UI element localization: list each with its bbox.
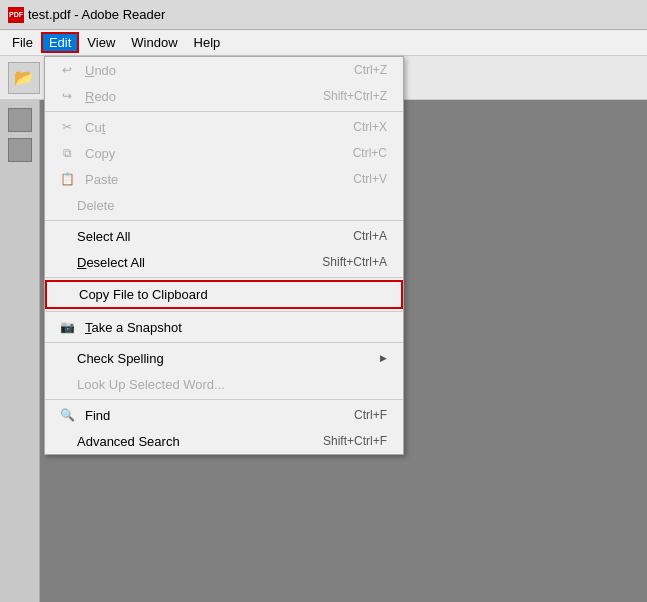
copy-icon: ⧉ [57, 146, 77, 160]
sidebar-icon-1[interactable] [8, 108, 32, 132]
menu-item-file[interactable]: File [4, 32, 41, 53]
undo-icon: ↩ [57, 63, 77, 77]
menu-copy[interactable]: ⧉ Copy Ctrl+C [45, 140, 403, 166]
sidebar-icon-2[interactable] [8, 138, 32, 162]
menu-snapshot[interactable]: 📷 Take a Snapshot [45, 314, 403, 340]
toolbar-folder-btn[interactable]: 📂 [8, 62, 40, 94]
separator-5 [45, 342, 403, 343]
menu-lookup[interactable]: Look Up Selected Word... [45, 371, 403, 397]
redo-icon: ↪ [57, 89, 77, 103]
menu-undo[interactable]: ↩ Undo Ctrl+Z [45, 57, 403, 83]
menu-advanced-search[interactable]: Advanced Search Shift+Ctrl+F [45, 428, 403, 454]
menu-cut[interactable]: ✂ Cut Ctrl+X [45, 114, 403, 140]
separator-4 [45, 311, 403, 312]
menu-delete[interactable]: Delete [45, 192, 403, 218]
menu-item-edit[interactable]: Edit [41, 32, 79, 53]
separator-1 [45, 111, 403, 112]
separator-2 [45, 220, 403, 221]
menu-copy-file[interactable]: Copy File to Clipboard [45, 280, 403, 309]
window-title: test.pdf - Adobe Reader [28, 7, 165, 22]
separator-3 [45, 277, 403, 278]
menu-item-view[interactable]: View [79, 32, 123, 53]
menu-check-spelling[interactable]: Check Spelling [45, 345, 403, 371]
paste-icon: 📋 [57, 172, 77, 186]
title-bar: PDF test.pdf - Adobe Reader [0, 0, 647, 30]
menu-item-window[interactable]: Window [123, 32, 185, 53]
cut-icon: ✂ [57, 120, 77, 134]
menu-paste[interactable]: 📋 Paste Ctrl+V [45, 166, 403, 192]
menu-find[interactable]: 🔍 Find Ctrl+F [45, 402, 403, 428]
find-icon: 🔍 [57, 408, 77, 422]
edit-dropdown-menu: ↩ Undo Ctrl+Z ↪ Redo Shift+Ctrl+Z ✂ Cut … [44, 56, 404, 455]
menu-select-all[interactable]: Select All Ctrl+A [45, 223, 403, 249]
snapshot-icon: 📷 [57, 320, 77, 334]
menu-item-help[interactable]: Help [186, 32, 229, 53]
menu-redo[interactable]: ↪ Redo Shift+Ctrl+Z [45, 83, 403, 109]
separator-6 [45, 399, 403, 400]
sidebar [0, 100, 40, 602]
app-icon: PDF [8, 7, 24, 23]
menu-deselect-all[interactable]: Deselect All Shift+Ctrl+A [45, 249, 403, 275]
menu-bar: File Edit View Window Help ↩ Undo Ctrl+Z… [0, 30, 647, 56]
